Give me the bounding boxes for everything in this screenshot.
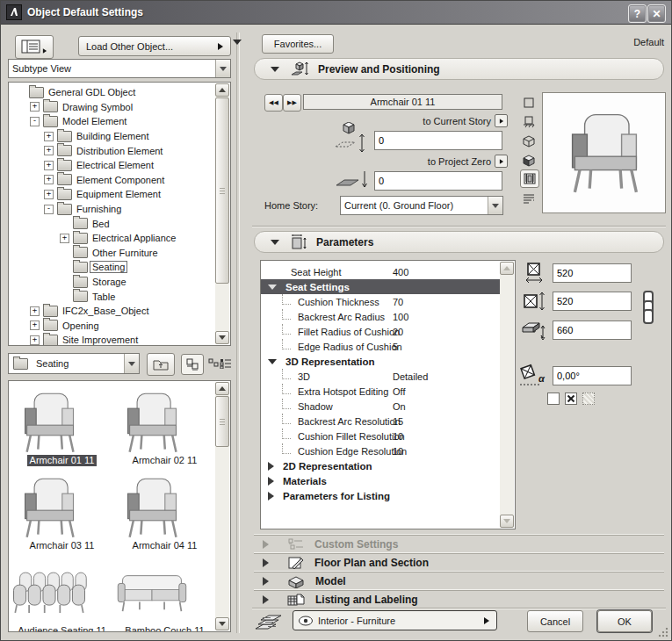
mirror-checkbox-2-checked[interactable] — [565, 393, 577, 405]
expander-icon[interactable]: + — [44, 132, 54, 141]
folder-up-button[interactable] — [147, 353, 175, 376]
tree-item[interactable]: +Distribution Element — [9, 143, 230, 158]
rotation-angle-field[interactable] — [553, 366, 632, 385]
scroll-up-button[interactable] — [215, 83, 229, 97]
browser-scrollbar[interactable] — [215, 382, 229, 630]
help-button[interactable]: ? — [628, 4, 647, 23]
section-custom-settings[interactable]: Custom Settings — [254, 535, 664, 553]
parameter-row[interactable]: Cushion Fillet Resolution10 — [261, 429, 500, 443]
parameters-list[interactable]: Seat Height400 Seat Settings Cushion Thi… — [260, 260, 516, 529]
parameter-row[interactable]: Edge Radius of Cushion5 — [261, 339, 500, 354]
section-parameters[interactable]: Parameters — [254, 231, 664, 253]
favorites-button[interactable]: Favorites... — [262, 34, 334, 54]
parameter-row[interactable]: Backrest Arc Resolution15 — [261, 414, 500, 429]
preview-3d-shaded-button[interactable] — [520, 152, 538, 169]
tree-item[interactable]: +Site Improvement — [9, 333, 230, 346]
parameter-group[interactable]: 3D Representation — [261, 354, 500, 369]
library-item-browser[interactable]: Armchair 01 11 Armchair 02 11 Armchair 0… — [8, 380, 231, 632]
panel-splitter[interactable] — [236, 32, 240, 633]
tree-item[interactable]: +Drawing Symbol — [9, 100, 230, 115]
layer-dropdown[interactable]: Interior - Furniture — [293, 610, 497, 630]
tree-item[interactable]: Storage — [9, 275, 230, 290]
dimension2-field[interactable] — [553, 292, 632, 311]
dimension1-field[interactable] — [553, 263, 632, 283]
project-zero-options-button[interactable] — [495, 155, 508, 168]
expander-icon[interactable]: + — [44, 146, 54, 155]
parameter-row[interactable]: Seat Height400 — [261, 264, 500, 279]
parameter-row[interactable]: Cushion Edge Resolution10 — [261, 443, 500, 458]
collapse-left-panel-button[interactable] — [233, 36, 242, 47]
preview-3d-wireframe-button[interactable] — [520, 133, 538, 149]
tree-item[interactable]: -Furnishing — [9, 202, 230, 217]
tree-item[interactable]: +IFC2x_Base_Object — [9, 304, 230, 319]
preview-front-view-button[interactable] — [520, 113, 538, 130]
scroll-down-button[interactable] — [215, 617, 229, 630]
dropdown-button[interactable] — [124, 354, 139, 373]
scrollbar-thumb[interactable] — [215, 97, 229, 284]
preview-picture-button[interactable] — [520, 169, 539, 188]
library-item[interactable]: Armchair 03 11 — [11, 475, 113, 551]
expander-icon[interactable]: + — [30, 335, 40, 345]
expander-icon[interactable]: + — [44, 161, 54, 170]
expander-icon[interactable]: - — [30, 117, 40, 126]
tree-item[interactable]: +Equipment Element — [9, 187, 230, 202]
group-closed-icon[interactable] — [268, 492, 274, 501]
expander-icon[interactable]: + — [44, 175, 54, 184]
link-dimensions-icon[interactable] — [641, 291, 652, 320]
section-model[interactable]: Model — [254, 572, 664, 590]
next-object-button[interactable]: ▶▶ — [283, 94, 301, 112]
tree-item[interactable]: Other Furniture — [9, 246, 230, 261]
expander-icon[interactable]: - — [44, 205, 54, 214]
parameter-row[interactable]: 3DDetailed — [261, 369, 500, 384]
parameter-row[interactable]: Cushion Thickness70 — [261, 294, 500, 309]
expander-icon[interactable]: + — [30, 102, 40, 112]
scrollbar-thumb[interactable] — [215, 396, 229, 447]
to-current-story-field[interactable] — [374, 131, 502, 150]
parameter-group-selected[interactable]: Seat Settings — [261, 279, 500, 294]
parameter-row[interactable]: ShadowOn — [261, 399, 500, 414]
tree-item[interactable]: +Element Component — [9, 173, 230, 188]
subtype-tree[interactable]: General GDL Object +Drawing Symbol -Mode… — [8, 82, 231, 346]
expand-arrow-icon[interactable] — [263, 577, 269, 586]
preview-description-button[interactable] — [520, 190, 538, 206]
close-button[interactable]: ✕ — [647, 4, 666, 23]
expand-arrow-icon[interactable] — [263, 558, 269, 567]
scroll-down-button[interactable] — [500, 515, 514, 528]
section-floor-plan[interactable]: Floor Plan and Section — [254, 553, 664, 572]
tree-item[interactable]: +Electrical Element — [9, 158, 230, 173]
tree-item[interactable]: +Opening — [9, 319, 230, 334]
parameter-row[interactable]: Extra Hotspot EditingOff — [261, 384, 500, 399]
preview-2d-symbol-button[interactable] — [520, 94, 538, 111]
height-field[interactable] — [553, 320, 632, 340]
library-item[interactable]: Audience Seating 11 — [11, 560, 113, 632]
section-listing-labeling[interactable]: Listing and Labeling — [254, 590, 664, 609]
parameter-row[interactable]: Backrest Arc Radius100 — [261, 309, 500, 324]
expander-icon[interactable]: + — [30, 306, 40, 316]
collapse-arrow-icon[interactable] — [271, 67, 279, 72]
tree-item[interactable]: General GDL Object — [9, 85, 230, 100]
previous-object-button[interactable]: ◀◀ — [264, 94, 283, 112]
collapse-arrow-icon[interactable] — [271, 240, 279, 245]
scroll-up-button[interactable] — [500, 262, 514, 275]
view-flyout-button[interactable] — [15, 35, 54, 59]
tree-item[interactable]: +Building Element — [9, 129, 230, 144]
parameter-group[interactable]: Materials — [261, 473, 500, 488]
view-details-button[interactable] — [219, 356, 233, 371]
library-item[interactable]: Armchair 01 11 — [11, 390, 113, 466]
layers-icon[interactable] — [255, 612, 285, 631]
home-story-dropdown[interactable]: Current (0. Ground Floor) — [340, 196, 503, 215]
library-item[interactable]: Bamboo Couch 11 — [113, 560, 216, 632]
expand-arrow-icon[interactable] — [263, 595, 269, 604]
mirror-checkbox-1[interactable] — [547, 393, 560, 405]
tree-scrollbar[interactable] — [215, 83, 229, 344]
library-item[interactable]: Armchair 02 11 — [113, 390, 216, 466]
parameter-group[interactable]: Parameters for Listing — [261, 488, 500, 503]
expander-icon[interactable]: + — [44, 190, 54, 199]
section-preview-positioning[interactable]: Preview and Positioning — [254, 58, 664, 80]
dropdown-button[interactable] — [488, 197, 502, 214]
tree-item[interactable]: +Electrical Appliance — [9, 231, 230, 246]
tree-item[interactable]: Bed — [9, 216, 230, 231]
parameters-scrollbar[interactable] — [500, 262, 514, 528]
dropdown-button[interactable] — [215, 60, 230, 77]
parameter-group[interactable]: 2D Representation — [261, 458, 500, 473]
